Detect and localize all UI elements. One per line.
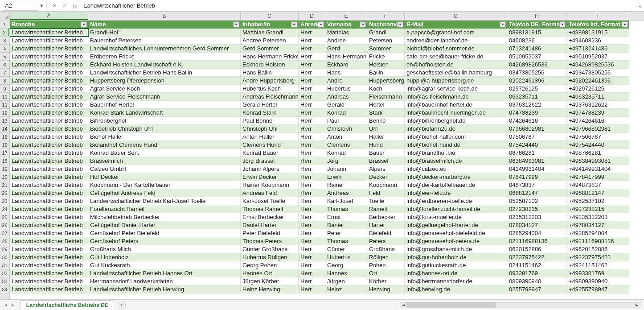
cell[interactable]: Feld xyxy=(367,189,405,197)
cell[interactable]: 042689826536 xyxy=(507,61,567,69)
cell[interactable]: Rainer xyxy=(325,181,367,189)
cell[interactable]: Peter xyxy=(325,229,367,237)
cell[interactable]: Huppertsberg xyxy=(367,77,405,85)
cell[interactable]: +49376312622 xyxy=(567,101,629,109)
row-header-18[interactable]: 18 xyxy=(0,157,9,165)
cell[interactable]: Gemüsehof Peter Bielefeld xyxy=(88,229,241,237)
table-header-I[interactable]: Telefon Int. Format xyxy=(567,21,629,29)
cell[interactable]: Grandl xyxy=(367,29,405,37)
table-header-B[interactable]: Name xyxy=(88,21,241,29)
cell[interactable]: Landwirtschaftlicher Betrieb xyxy=(10,245,88,253)
cell[interactable]: +49241151462 xyxy=(567,261,629,269)
cell[interactable]: Fricke xyxy=(367,53,405,61)
cell[interactable]: cafe-am-see@bauer-fricke.de xyxy=(405,53,507,61)
cell[interactable]: 0376312622 xyxy=(507,101,567,109)
cell[interactable]: info@biohof-haller.com xyxy=(405,133,507,141)
cell[interactable]: 02022461396 xyxy=(507,77,567,85)
cell[interactable]: Pohen xyxy=(367,261,405,269)
cell[interactable]: +49809390940 xyxy=(567,277,629,285)
cell[interactable]: Landwirtschaftlicher Betrieb xyxy=(10,285,88,293)
table-header-G[interactable]: E-Mail xyxy=(405,21,507,29)
cell[interactable]: Johann xyxy=(325,165,367,173)
cell[interactable]: Herr xyxy=(299,277,325,285)
cell[interactable]: +4963235711 xyxy=(567,93,629,101)
cell[interactable]: Herr xyxy=(299,53,325,61)
cell[interactable]: 093381769 xyxy=(507,269,567,277)
cell[interactable]: Benne xyxy=(367,117,405,125)
cell[interactable]: Huppertsberg-Pferdepension xyxy=(88,77,241,85)
cell[interactable]: +492022461396 xyxy=(567,77,629,85)
cell[interactable]: 0713241486 xyxy=(507,45,567,53)
cell[interactable]: 0898131915 xyxy=(507,29,567,37)
cell[interactable]: +49713241486 xyxy=(567,45,629,53)
cell[interactable]: info@bihrenberghof.de xyxy=(405,117,507,125)
cell[interactable]: 04149931404 xyxy=(507,165,567,173)
cell[interactable]: Biolandhof Clemens Hund xyxy=(88,141,241,149)
filter-button[interactable] xyxy=(500,21,506,28)
cell[interactable]: Jörg Brassel xyxy=(241,157,299,165)
cell[interactable]: 078417999 xyxy=(507,173,567,181)
cell[interactable]: Landwirtschaftlicher Betrieb xyxy=(10,205,88,213)
cell[interactable]: Peter Bielefeld xyxy=(241,229,299,237)
cell[interactable]: Rameil xyxy=(367,205,405,213)
cell[interactable]: Herr xyxy=(299,141,325,149)
cell[interactable]: Herwing xyxy=(367,285,405,293)
cell[interactable]: Herr xyxy=(299,173,325,181)
cell[interactable]: Herr xyxy=(299,229,325,237)
cell[interactable]: +4993381769 xyxy=(567,269,629,277)
cell[interactable]: Andreas Feld xyxy=(241,189,299,197)
col-header-blank[interactable] xyxy=(629,12,644,20)
cell[interactable]: +494608236 xyxy=(567,37,629,45)
cell[interactable]: 0285294004 xyxy=(507,229,567,237)
cell[interactable]: Daniel Harter xyxy=(241,221,299,229)
cell[interactable]: Uhl xyxy=(367,125,405,133)
col-header-B[interactable]: B xyxy=(88,12,241,20)
cell[interactable]: 04873837 xyxy=(507,181,567,189)
row-header-12[interactable]: 12 xyxy=(0,109,9,117)
cell[interactable]: 0620152886 xyxy=(507,245,567,253)
name-box[interactable]: A2 xyxy=(2,1,38,11)
cell[interactable]: +4974788239 xyxy=(567,109,629,117)
cell[interactable]: +4975424440 xyxy=(567,141,629,149)
cell[interactable]: Gerald xyxy=(325,101,367,109)
confirm-icon[interactable]: ✓ xyxy=(62,2,68,9)
cell[interactable]: Agrar Service Koch xyxy=(88,85,241,93)
name-box-dropdown[interactable]: ▾ xyxy=(38,2,45,9)
col-header-G[interactable]: G xyxy=(405,12,507,20)
row-header-24[interactable]: 24 xyxy=(0,205,9,213)
row-header-27[interactable]: 27 xyxy=(0,229,9,237)
row-header-14[interactable]: 14 xyxy=(0,125,9,133)
cell[interactable]: Jürgen xyxy=(325,277,367,285)
cell[interactable]: 052587102 xyxy=(507,197,567,205)
cell[interactable]: Matthias xyxy=(325,29,367,37)
filter-button[interactable] xyxy=(81,21,87,28)
cell[interactable]: Bauernhof Petersen xyxy=(88,37,241,45)
cell[interactable]: Paul xyxy=(325,117,367,125)
cell[interactable]: Jürgen Körber xyxy=(241,277,299,285)
cell[interactable]: Daniel xyxy=(325,221,367,229)
cell[interactable]: Gut Kuckesrath xyxy=(88,261,241,269)
cell[interactable]: Rainer Koopmann xyxy=(241,181,299,189)
cell[interactable]: +49235312203 xyxy=(567,213,629,221)
cell[interactable]: andree@der-landhof.de xyxy=(405,37,507,45)
cell[interactable]: +497966802981 xyxy=(567,125,629,133)
cell[interactable]: info@hannes-ort.de xyxy=(405,269,507,277)
cell[interactable]: Johann Alpers xyxy=(241,165,299,173)
cell[interactable]: Landwirtschaftlicher Betrieb Herwing xyxy=(88,285,241,293)
cell[interactable]: Thomas xyxy=(325,205,367,213)
row-header-20[interactable]: 20 xyxy=(0,173,9,181)
col-header-F[interactable]: F xyxy=(367,12,405,20)
row-header-17[interactable]: 17 xyxy=(0,149,9,157)
cell[interactable]: Günter xyxy=(325,245,367,253)
row-header-15[interactable]: 15 xyxy=(0,133,9,141)
row-header-25[interactable]: 25 xyxy=(0,213,9,221)
cell[interactable]: info@as-fleischmann.de xyxy=(405,93,507,101)
filter-button[interactable] xyxy=(291,21,297,28)
cell[interactable]: info@herwing.de xyxy=(405,285,507,293)
horizontal-scrollbar[interactable]: ◄ ► xyxy=(400,302,640,308)
cell[interactable]: Landwirtschaftlicher Betrieb xyxy=(10,53,88,61)
cell[interactable]: info@bauernhof-hertel.de xyxy=(405,101,507,109)
cell[interactable]: Hubertus xyxy=(325,253,367,261)
cell[interactable]: eh@hofholsten.de xyxy=(405,61,507,69)
cell[interactable]: Landwirtschaftlicher Betrieb xyxy=(10,157,88,165)
